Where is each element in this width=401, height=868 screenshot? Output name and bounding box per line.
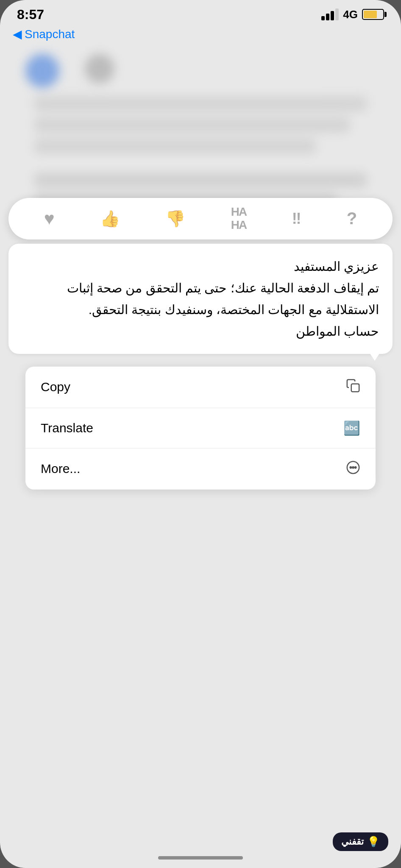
back-nav[interactable]: ◀ Snapchat (0, 25, 401, 45)
phone-frame: 8:57 4G ◀ Snapchat (0, 0, 401, 868)
battery-fill (364, 11, 377, 18)
translate-label: Translate (41, 421, 93, 435)
reaction-exclamation[interactable]: ‼ (292, 210, 301, 228)
status-left: 8:57 (17, 8, 44, 21)
translate-icon: 🔤 (343, 420, 360, 436)
back-arrow-icon: ◀ (13, 27, 22, 41)
signal-bars (321, 8, 339, 20)
reaction-heart[interactable]: ♥ (44, 209, 55, 229)
svg-point-4 (355, 467, 356, 468)
reaction-thumbsup[interactable]: 👍 (100, 209, 120, 228)
blurred-avatar-2 (85, 54, 114, 83)
context-menu-copy[interactable]: Copy (25, 367, 376, 408)
blurred-msg-2 (34, 117, 350, 133)
signal-bar-1 (321, 16, 325, 20)
signal-bar-2 (326, 14, 329, 20)
reaction-bar-container: ♥ 👍 👎 HAHA ‼ ? (8, 198, 393, 239)
status-bar: 8:57 4G (0, 0, 401, 25)
copy-icon (346, 378, 360, 396)
main-content: ♥ 👍 👎 HAHA ‼ ? عزيزي المستفيد تم إيقاف ا… (0, 45, 401, 867)
back-label: Snapchat (25, 28, 75, 41)
context-menu: Copy Translate 🔤 More... (25, 367, 376, 490)
watermark: 💡 تقفني (333, 832, 388, 851)
svg-rect-0 (351, 384, 359, 391)
watermark-text: تقفني (341, 836, 364, 847)
battery-icon (362, 9, 384, 20)
blurred-msg-4 (34, 172, 367, 188)
context-menu-more[interactable]: More... (25, 448, 376, 490)
status-right: 4G (321, 8, 384, 21)
message-bubble: عزيزي المستفيد تم إيقاف الدفعة الحالية ع… (8, 244, 393, 354)
network-label: 4G (343, 8, 358, 21)
blurred-msg-1 (34, 96, 367, 111)
reaction-question[interactable]: ? (347, 209, 357, 228)
copy-label: Copy (41, 380, 70, 394)
more-icon (346, 460, 360, 478)
message-text: عزيزي المستفيد تم إيقاف الدفعة الحالية ع… (22, 256, 379, 342)
reaction-haha[interactable]: HAHA (231, 206, 246, 232)
reaction-bar: ♥ 👍 👎 HAHA ‼ ? (8, 198, 393, 239)
signal-bar-3 (331, 11, 334, 20)
svg-point-3 (352, 467, 354, 468)
home-indicator (158, 856, 243, 860)
context-menu-translate[interactable]: Translate 🔤 (25, 408, 376, 448)
status-time: 8:57 (17, 8, 44, 21)
svg-point-2 (350, 467, 351, 468)
blurred-avatar-1 (25, 54, 59, 88)
signal-bar-4 (335, 8, 339, 20)
watermark-icon: 💡 (367, 836, 380, 848)
reaction-thumbsdown[interactable]: 👎 (165, 209, 185, 228)
more-label: More... (41, 462, 80, 476)
blurred-msg-3 (34, 139, 316, 154)
phone-screen: 8:57 4G ◀ Snapchat (0, 0, 401, 868)
